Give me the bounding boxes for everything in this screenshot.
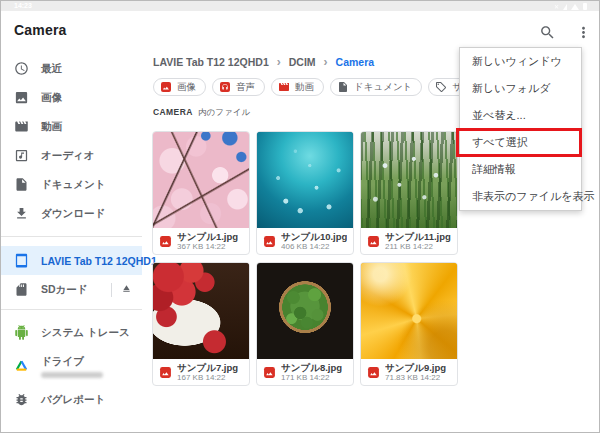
audio-chip-icon bbox=[219, 81, 231, 93]
chevron-right-icon: › bbox=[277, 55, 281, 69]
sidebar-item-audio[interactable]: オーディオ bbox=[1, 141, 142, 170]
breadcrumb-folder[interactable]: DCIM bbox=[289, 56, 316, 68]
status-clock: 14:23 bbox=[14, 2, 32, 9]
sidebar: 最近 画像 動画 オーディオ ドキュメント ダウンロード LAVIE Tab T… bbox=[1, 54, 142, 414]
status-bar: 14:23 ✕ bbox=[1, 1, 599, 11]
no-sim-icon: ✕ bbox=[554, 4, 559, 10]
file-card[interactable]: サンプル7.jpg 167 KB 14:22 bbox=[152, 262, 250, 386]
file-thumbnail bbox=[153, 263, 249, 359]
chip-label: ドキュメント bbox=[354, 81, 412, 94]
file-name: サンプル11.jpg bbox=[385, 231, 451, 242]
files-app-window: 14:23 ✕ Camera 最近 画像 動画 オーディオ bbox=[0, 0, 600, 433]
sidebar-divider bbox=[1, 309, 142, 310]
chip-images[interactable]: 画像 bbox=[153, 78, 206, 96]
more-vert-icon bbox=[575, 24, 592, 41]
image-chip-icon bbox=[160, 81, 172, 93]
bug-icon bbox=[14, 392, 29, 407]
breadcrumb-root[interactable]: LAVIE Tab T12 12QHD1 bbox=[153, 56, 269, 68]
file-meta: 71.83 KB 14:22 bbox=[385, 373, 446, 383]
clock-icon bbox=[14, 61, 29, 76]
document-chip-icon bbox=[337, 81, 349, 93]
overflow-menu-button[interactable] bbox=[572, 21, 594, 43]
sidebar-label: ドキュメント bbox=[41, 178, 105, 192]
image-file-icon bbox=[367, 235, 380, 248]
drive-account-redacted bbox=[41, 372, 103, 378]
file-name: サンプル10.jpg bbox=[281, 231, 347, 242]
menu-item-new-window[interactable]: 新しいウィンドウ bbox=[460, 48, 581, 75]
file-card[interactable]: サンプル9.jpg 71.83 KB 14:22 bbox=[360, 262, 458, 386]
file-meta: 167 KB 14:22 bbox=[177, 373, 238, 383]
section-label: CAMERA 内のファイル bbox=[153, 107, 250, 119]
audio-file-icon bbox=[14, 148, 29, 163]
sidebar-divider bbox=[1, 236, 142, 237]
file-card[interactable]: サンプル11.jpg 211 KB 14:22 bbox=[360, 131, 458, 255]
file-card[interactable]: サンプル10.jpg 406 KB 14:22 bbox=[256, 131, 354, 255]
sidebar-label: 動画 bbox=[41, 120, 62, 134]
section-folder-name: CAMERA bbox=[153, 107, 193, 117]
file-thumbnail bbox=[361, 132, 457, 228]
file-name: サンプル1.jpg bbox=[177, 231, 238, 242]
file-meta: 211 KB 14:22 bbox=[385, 242, 451, 252]
file-meta: 406 KB 14:22 bbox=[281, 242, 347, 252]
chip-label: 動画 bbox=[295, 81, 314, 94]
search-icon bbox=[539, 24, 556, 41]
image-file-icon bbox=[263, 366, 276, 379]
tag-icon bbox=[435, 81, 447, 93]
chip-label: 画像 bbox=[177, 81, 196, 94]
breadcrumb: LAVIE Tab T12 12QHD1 › DCIM › Camera bbox=[153, 55, 374, 69]
divider bbox=[111, 283, 112, 297]
page-title: Camera bbox=[14, 22, 67, 38]
breadcrumb-current[interactable]: Camera bbox=[336, 56, 375, 68]
file-thumbnail bbox=[361, 263, 457, 359]
document-icon bbox=[14, 177, 29, 192]
sidebar-item-sd-card[interactable]: SDカード bbox=[1, 275, 142, 304]
sidebar-label: ドライブ bbox=[41, 355, 103, 369]
image-file-icon bbox=[159, 235, 172, 248]
sidebar-item-downloads[interactable]: ダウンロード bbox=[1, 199, 142, 228]
sidebar-label: バグレポート bbox=[41, 393, 105, 407]
sidebar-item-videos[interactable]: 動画 bbox=[1, 112, 142, 141]
file-thumbnail bbox=[257, 132, 353, 228]
chevron-right-icon: › bbox=[324, 55, 328, 69]
wifi-icon bbox=[571, 4, 579, 10]
movie-chip-icon bbox=[278, 81, 290, 93]
sidebar-label: SDカード bbox=[41, 283, 88, 297]
file-meta: 367 KB 14:22 bbox=[177, 242, 238, 252]
image-file-icon bbox=[159, 366, 172, 379]
file-card[interactable]: サンプル8.jpg 171 KB 14:22 bbox=[256, 262, 354, 386]
menu-item-sort[interactable]: 並べ替え... bbox=[460, 102, 581, 129]
battery-icon bbox=[583, 3, 587, 10]
chip-documents[interactable]: ドキュメント bbox=[330, 78, 422, 96]
menu-item-details[interactable]: 詳細情報 bbox=[460, 156, 581, 183]
search-button[interactable] bbox=[536, 21, 558, 43]
sidebar-item-drive[interactable]: ドライブ bbox=[1, 347, 142, 385]
drive-icon bbox=[14, 359, 29, 374]
menu-item-new-folder[interactable]: 新しいフォルダ bbox=[460, 75, 581, 102]
file-name: サンプル8.jpg bbox=[281, 362, 342, 373]
sidebar-item-images[interactable]: 画像 bbox=[1, 83, 142, 112]
menu-item-show-hidden-files[interactable]: 非表示のファイルを表示 bbox=[460, 183, 581, 210]
file-name: サンプル7.jpg bbox=[177, 362, 238, 373]
file-thumbnail bbox=[153, 132, 249, 228]
sidebar-item-recent[interactable]: 最近 bbox=[1, 54, 142, 83]
tablet-icon bbox=[14, 253, 29, 268]
sidebar-label: 最近 bbox=[41, 62, 62, 76]
image-file-icon bbox=[367, 366, 380, 379]
signal-icon bbox=[563, 4, 567, 10]
file-card[interactable]: サンプル1.jpg 367 KB 14:22 bbox=[152, 131, 250, 255]
sidebar-item-system-traces[interactable]: システム トレース bbox=[1, 318, 142, 347]
chip-videos[interactable]: 動画 bbox=[271, 78, 324, 96]
sidebar-item-documents[interactable]: ドキュメント bbox=[1, 170, 142, 199]
eject-icon bbox=[121, 283, 132, 294]
sidebar-item-bug-report[interactable]: バグレポート bbox=[1, 385, 142, 414]
sidebar-label: LAVIE Tab T12 12QHD1 bbox=[41, 255, 157, 267]
download-icon bbox=[14, 206, 29, 221]
eject-button[interactable] bbox=[121, 283, 132, 296]
chip-label: 音声 bbox=[236, 81, 255, 94]
image-icon bbox=[14, 90, 29, 105]
section-suffix: 内のファイル bbox=[198, 107, 250, 117]
file-thumbnail bbox=[257, 263, 353, 359]
sidebar-item-device-storage[interactable]: LAVIE Tab T12 12QHD1 bbox=[1, 246, 142, 275]
chip-audio[interactable]: 音声 bbox=[212, 78, 265, 96]
sidebar-label: 画像 bbox=[41, 91, 62, 105]
